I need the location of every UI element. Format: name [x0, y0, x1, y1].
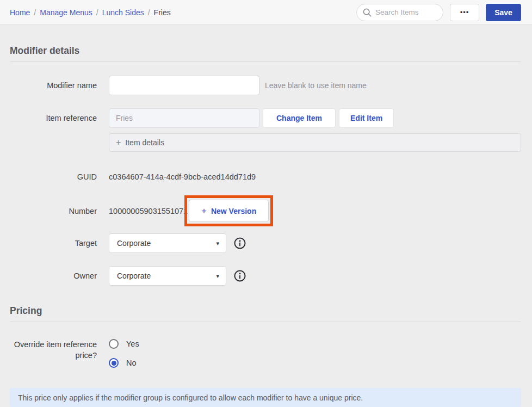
- radio-no-circle[interactable]: [109, 358, 119, 368]
- breadcrumb-current-page: Fries: [154, 8, 171, 17]
- annotation-highlight-box: + New Version: [184, 195, 273, 226]
- change-item-button[interactable]: Change Item: [263, 108, 336, 128]
- target-select-value: Corporate: [117, 239, 151, 248]
- pricing-note: This price only applies if the modifier …: [10, 388, 521, 407]
- override-price-radio-group: Yes No: [109, 339, 139, 368]
- target-info-icon[interactable]: [234, 237, 246, 249]
- new-version-button[interactable]: + New Version: [189, 200, 269, 222]
- owner-select[interactable]: Corporate ▾: [109, 266, 226, 286]
- breadcrumb: Home / Manage Menus / Lunch Sides / Frie…: [10, 8, 171, 17]
- more-options-button[interactable]: •••: [450, 4, 479, 21]
- plus-icon: +: [201, 206, 207, 217]
- modifier-name-label: Modifier name: [10, 81, 97, 90]
- item-reference-row: Item reference Change Item Edit Item: [10, 108, 521, 128]
- guid-row: GUID c0364607-414a-4cdf-9bcb-aced14dd71d…: [10, 172, 521, 181]
- item-details-toggle[interactable]: + Item details: [109, 133, 521, 152]
- item-reference-field: [109, 108, 259, 128]
- new-version-button-label: New Version: [211, 207, 256, 215]
- modifier-name-field[interactable]: [109, 76, 259, 95]
- chevron-down-icon: ▾: [216, 240, 219, 247]
- breadcrumb-link-manage-menus[interactable]: Manage Menus: [40, 8, 92, 17]
- breadcrumb-separator: /: [96, 8, 98, 17]
- breadcrumb-link-home[interactable]: Home: [10, 8, 30, 17]
- radio-yes-label: Yes: [126, 340, 139, 348]
- override-price-row: Override item reference price? Yes No: [10, 339, 521, 368]
- breadcrumb-separator: /: [34, 8, 36, 17]
- breadcrumb-separator: /: [148, 8, 150, 17]
- top-bar: Home / Manage Menus / Lunch Sides / Frie…: [0, 0, 532, 25]
- modifier-details-heading: Modifier details: [10, 45, 521, 62]
- breadcrumb-link-lunch-sides[interactable]: Lunch Sides: [102, 8, 144, 17]
- owner-row: Owner Corporate ▾: [10, 266, 521, 286]
- item-details-row: + Item details: [10, 133, 521, 152]
- guid-label: GUID: [10, 172, 97, 181]
- target-label: Target: [10, 239, 97, 248]
- radio-yes-circle[interactable]: [109, 339, 119, 349]
- search-icon: [362, 8, 372, 17]
- plus-icon: +: [116, 138, 121, 147]
- item-reference-label: Item reference: [10, 114, 97, 122]
- number-value: 100000059031551071: [109, 207, 183, 215]
- radio-no-label: No: [126, 359, 137, 367]
- search-input[interactable]: [375, 8, 435, 16]
- number-row: Number 100000059031551071 + New Version: [10, 195, 521, 226]
- modifier-name-row: Modifier name Leave blank to use item na…: [10, 76, 521, 95]
- target-select[interactable]: Corporate ▾: [109, 233, 226, 253]
- edit-item-button[interactable]: Edit Item: [339, 108, 394, 128]
- chevron-down-icon: ▾: [216, 273, 219, 280]
- target-row: Target Corporate ▾: [10, 233, 521, 253]
- override-price-label: Override item reference price?: [10, 339, 97, 361]
- modifier-name-hint: Leave blank to use item name: [265, 81, 367, 90]
- pricing-heading: Pricing: [10, 305, 521, 322]
- owner-select-value: Corporate: [117, 272, 151, 280]
- owner-info-icon[interactable]: [234, 270, 246, 282]
- item-details-toggle-label: Item details: [125, 138, 164, 147]
- owner-label: Owner: [10, 272, 97, 280]
- radio-option-no[interactable]: No: [109, 358, 139, 368]
- search-box[interactable]: [356, 4, 443, 21]
- number-label: Number: [10, 207, 97, 215]
- radio-option-yes[interactable]: Yes: [109, 339, 139, 349]
- guid-value: c0364607-414a-4cdf-9bcb-aced14dd71d9: [109, 172, 256, 181]
- save-button[interactable]: Save: [486, 4, 521, 21]
